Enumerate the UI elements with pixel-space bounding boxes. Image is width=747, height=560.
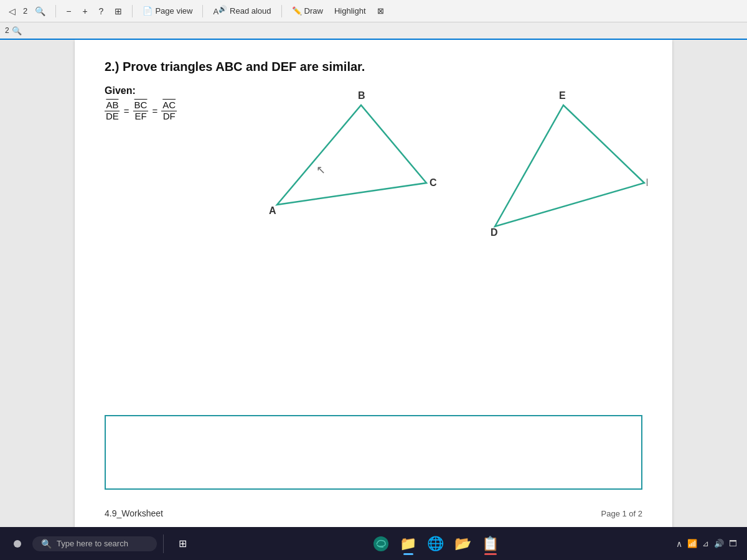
page-view-label: Page view bbox=[155, 6, 192, 16]
page-view-button[interactable]: 📄 Page view bbox=[139, 5, 196, 17]
active-indicator bbox=[484, 553, 497, 555]
equal-sign-2: = bbox=[152, 106, 157, 116]
highlight-label: Highlight bbox=[334, 6, 366, 16]
divider-4 bbox=[281, 5, 282, 17]
tray-network-icon[interactable]: 📶 bbox=[687, 539, 697, 548]
equal-sign-1: = bbox=[124, 106, 129, 116]
cursor-icon: ↖ bbox=[316, 164, 326, 176]
read-aloud-button[interactable]: A🔊 Read aloud bbox=[209, 4, 275, 17]
fraction-ac-df: AC DF bbox=[161, 100, 177, 121]
taskbar: 🔍 Type here to search ⊞ 📁 🌐 📂 📋 ∧ 📶 ⊿ 🔊 bbox=[0, 527, 747, 560]
divider-2 bbox=[132, 5, 133, 17]
pinned-app-folder[interactable]: 📂 bbox=[451, 531, 476, 556]
fraction-bc-ef: BC EF bbox=[133, 100, 149, 121]
pinned-app-file-explorer[interactable]: 📁 bbox=[396, 531, 421, 556]
task-view-button[interactable]: ⊞ bbox=[170, 531, 195, 556]
tray-up-arrow[interactable]: ∧ bbox=[676, 539, 682, 549]
label-d: D bbox=[491, 227, 498, 238]
nav-bar: 2 🔍 bbox=[0, 22, 747, 40]
label-f: F bbox=[646, 177, 647, 188]
document-page: 2.) Prove triangles ABC and DEF are simi… bbox=[75, 40, 672, 527]
edge-icon bbox=[373, 536, 389, 552]
taskbar-search-bar[interactable]: 🔍 Type here to search bbox=[32, 536, 157, 551]
read-aloud-icon: A🔊 bbox=[213, 5, 227, 16]
browser-icon: 🌐 bbox=[427, 536, 444, 552]
fraction-ab-de: AB DE bbox=[105, 100, 120, 121]
file-explorer-icon: 📁 bbox=[400, 536, 416, 552]
frac-ac-numerator: AC bbox=[161, 100, 177, 111]
draw-button[interactable]: ✏️ Draw bbox=[288, 5, 327, 17]
draw-icon: ✏️ bbox=[292, 6, 302, 16]
draw-label: Draw bbox=[304, 6, 323, 16]
taskbar-divider bbox=[163, 534, 164, 553]
frac-ab-numerator: AB bbox=[105, 100, 120, 111]
triangle-abc bbox=[277, 105, 426, 205]
pinned-app-browser[interactable]: 🌐 bbox=[423, 531, 448, 556]
page-view-icon: 📄 bbox=[143, 6, 153, 16]
frac-ab-denominator: DE bbox=[105, 111, 120, 122]
triangle-def bbox=[495, 105, 644, 226]
triangles-diagram: B C A ↖ E D F bbox=[212, 71, 647, 245]
label-e: E bbox=[559, 90, 566, 101]
task-view-icon: ⊞ bbox=[179, 538, 187, 549]
windows-button[interactable] bbox=[5, 531, 30, 556]
taskbar-search-text: Type here to search bbox=[57, 539, 128, 548]
minimize-button[interactable]: − bbox=[62, 5, 75, 17]
read-aloud-label: Read aloud bbox=[230, 6, 271, 16]
search-button[interactable]: 🔍 bbox=[31, 5, 49, 17]
divider-1 bbox=[55, 5, 56, 17]
pdf-icon: 📋 bbox=[482, 536, 499, 552]
frac-bc-denominator: EF bbox=[133, 111, 148, 122]
divider-3 bbox=[202, 5, 203, 17]
nav-label: 2 bbox=[5, 26, 9, 35]
system-tray: ∧ 📶 ⊿ 🔊 🗖 bbox=[676, 539, 737, 549]
taskbar-search-icon: 🔍 bbox=[41, 539, 52, 549]
windows-circle-icon bbox=[14, 540, 21, 548]
pinned-app-edge[interactable] bbox=[369, 531, 393, 556]
tray-volume-icon[interactable]: 🔊 bbox=[714, 539, 724, 548]
erase-button[interactable]: ⊠ bbox=[374, 5, 388, 17]
add-button[interactable]: + bbox=[78, 5, 91, 17]
label-c: C bbox=[430, 177, 437, 188]
tray-wifi-icon[interactable]: ⊿ bbox=[702, 539, 709, 548]
label-b: B bbox=[358, 90, 365, 101]
nav-search-icon: 🔍 bbox=[12, 26, 22, 35]
nav-page-number: 2 bbox=[23, 6, 27, 16]
page-footer: Page 1 of 2 bbox=[601, 509, 643, 518]
fit-button[interactable]: ⊞ bbox=[111, 5, 126, 17]
page-container: 2.) Prove triangles ABC and DEF are simi… bbox=[0, 40, 747, 527]
diagram-area: B C A ↖ E D F bbox=[212, 71, 647, 245]
toolbar: ◁ 2 🔍 − + ? ⊞ 📄 Page view A🔊 Read aloud … bbox=[0, 0, 747, 22]
tray-notification-icon[interactable]: 🗖 bbox=[729, 539, 737, 548]
answer-box[interactable] bbox=[105, 415, 642, 490]
highlight-button[interactable]: Highlight bbox=[331, 5, 370, 17]
frac-bc-numerator: BC bbox=[133, 100, 149, 111]
pinned-app-pdf[interactable]: 📋 bbox=[478, 531, 503, 556]
erase-icon: ⊠ bbox=[377, 6, 384, 16]
folder-icon: 📂 bbox=[454, 536, 471, 552]
help-button[interactable]: ? bbox=[95, 5, 108, 17]
back-button[interactable]: ◁ bbox=[5, 5, 19, 17]
frac-ac-denominator: DF bbox=[162, 111, 177, 122]
worksheet-name: 4.9_Worksheet bbox=[105, 508, 163, 518]
label-a: A bbox=[269, 205, 276, 216]
